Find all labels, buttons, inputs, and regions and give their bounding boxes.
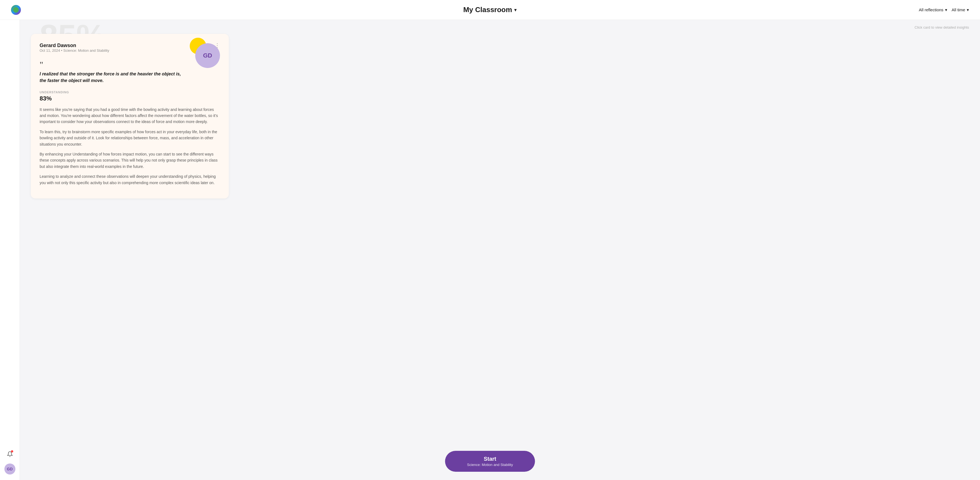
feedback-paragraph-3: By enhancing your Understanding of how f… (40, 151, 220, 169)
student-name: Gerard Dawson (40, 43, 109, 48)
classroom-selector[interactable]: My Classroom ▾ (463, 5, 517, 14)
start-button-container: Start Science: Motion and Stability (445, 451, 535, 472)
avatar-purple: GD (195, 43, 220, 68)
header: My Classroom ▾ All reflections ▾ All tim… (0, 0, 980, 20)
reflection-card[interactable]: Gerard Dawson Oct 11, 2024 • Science: Mo… (31, 34, 229, 198)
header-filters: All reflections ▾ All time ▾ (919, 8, 969, 13)
sidebar: GD (0, 20, 20, 480)
logo (11, 5, 21, 15)
start-button[interactable]: Start Science: Motion and Stability (445, 451, 535, 472)
time-filter-button[interactable]: All time ▾ (952, 8, 969, 13)
reflection-quote: I realized that the stronger the force i… (40, 71, 183, 84)
feedback-paragraph-1: It seems like you're saying that you had… (40, 107, 220, 125)
quote-mark-icon: " (40, 61, 220, 69)
start-label: Start (467, 456, 513, 462)
reflections-filter-button[interactable]: All reflections ▾ (919, 8, 947, 13)
time-filter-label: All time (952, 8, 965, 12)
sidebar-bottom: GD (5, 449, 15, 475)
reflections-filter-chevron-icon: ▾ (945, 8, 947, 13)
feedback-paragraph-4: Learning to analyze and connect these ob… (40, 174, 220, 186)
classroom-chevron-icon: ▾ (514, 7, 517, 13)
understanding-label: UNDERSTANDING (40, 91, 220, 94)
page-title: My Classroom (463, 5, 512, 14)
reflections-filter-label: All reflections (919, 8, 943, 12)
card-header-info: Gerard Dawson Oct 11, 2024 • Science: Mo… (40, 43, 109, 59)
header-left (11, 5, 21, 15)
layout: GD 85% Click card to view detailed insig… (0, 20, 980, 480)
avatar-group: GD (195, 40, 220, 65)
feedback-paragraphs: It seems like you're saying that you had… (40, 107, 220, 186)
notification-badge (11, 450, 13, 453)
understanding-value: 83% (40, 95, 220, 102)
user-avatar-sidebar[interactable]: GD (5, 464, 15, 475)
svg-point-0 (13, 7, 19, 13)
start-subtitle: Science: Motion and Stability (467, 462, 513, 467)
time-filter-chevron-icon: ▾ (967, 8, 969, 13)
card-meta: Oct 11, 2024 • Science: Motion and Stabi… (40, 48, 109, 53)
notification-icon[interactable] (5, 449, 15, 459)
feedback-paragraph-2: To learn this, try to brainstorm more sp… (40, 129, 220, 147)
hint-text: Click card to view detailed insights (31, 26, 969, 29)
main-content: 85% Click card to view detailed insights… (20, 20, 980, 480)
